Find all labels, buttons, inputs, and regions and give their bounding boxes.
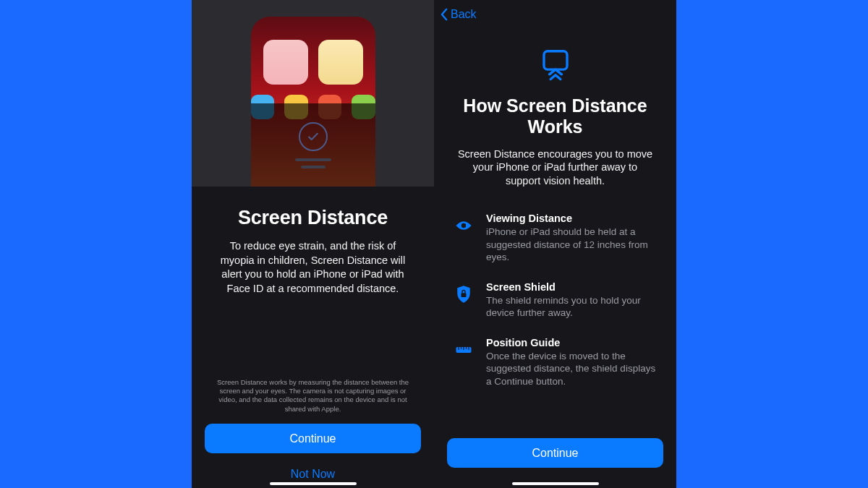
ruler-icon — [451, 337, 476, 388]
feature-body: iPhone or iPad should be held at a sugge… — [486, 226, 659, 264]
privacy-fine-print: Screen Distance works by measuring the d… — [209, 378, 417, 414]
page-title: Screen Distance — [209, 207, 417, 229]
chevron-left-icon — [440, 8, 449, 21]
feature-body: Once the device is moved to the suggeste… — [486, 350, 659, 388]
mock-app-tile — [318, 40, 363, 85]
back-label: Back — [451, 8, 477, 21]
page-description: To reduce eye strain, and the risk of my… — [209, 239, 417, 296]
back-button[interactable]: Back — [440, 8, 477, 21]
svg-rect-2 — [461, 293, 467, 297]
continue-button[interactable]: Continue — [205, 424, 421, 453]
mock-iphone — [251, 17, 375, 187]
feature-viewing-distance: Viewing Distance iPhone or iPad should b… — [450, 213, 660, 264]
svg-rect-0 — [543, 51, 566, 69]
home-indicator[interactable] — [270, 482, 357, 486]
page-description: Screen Distance encourages you to move y… — [450, 147, 660, 189]
checkmark-circle-icon — [299, 122, 328, 151]
screen-distance-intro-screen: Screen Distance To reduce eye strain, an… — [192, 0, 434, 488]
intro-content: Screen Distance To reduce eye strain, an… — [192, 187, 434, 424]
home-indicator[interactable] — [512, 482, 599, 486]
feature-position-guide: Position Guide Once the device is moved … — [450, 337, 660, 388]
feature-screen-shield: Screen Shield The shield reminds you to … — [450, 281, 660, 320]
phones-container: Screen Distance To reduce eye strain, an… — [192, 0, 676, 488]
nav-bar: Back — [434, 0, 676, 29]
feature-title: Screen Shield — [486, 281, 659, 293]
how-it-works-content: How Screen Distance Works Screen Distanc… — [434, 29, 676, 438]
feature-body: The shield reminds you to hold your devi… — [486, 294, 659, 320]
feature-title: Viewing Distance — [486, 213, 659, 224]
mock-shield-overlay — [251, 103, 375, 187]
feature-title: Position Guide — [486, 337, 659, 348]
eye-icon — [451, 213, 476, 264]
hero-illustration — [192, 0, 434, 187]
svg-point-1 — [461, 223, 466, 228]
page-title: How Screen Distance Works — [450, 95, 660, 137]
how-it-works-screen: Back How Screen Distance Works Screen Di… — [434, 0, 676, 488]
continue-button[interactable]: Continue — [447, 438, 663, 468]
shield-lock-icon — [451, 281, 476, 320]
screen-distance-hero-icon — [536, 46, 575, 85]
mock-app-tile — [263, 40, 308, 85]
